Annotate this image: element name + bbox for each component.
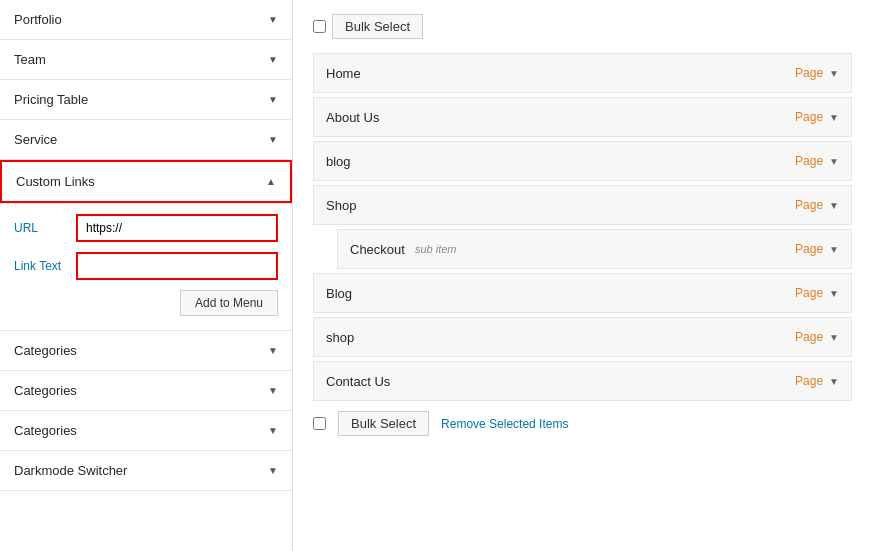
menu-item-blog2: BlogPage▼ (313, 273, 852, 313)
menu-item-type-checkout: Page (795, 242, 823, 256)
menu-item-chevron-shop[interactable]: ▼ (829, 200, 839, 211)
menu-item-left-shop2: shop (326, 330, 354, 345)
menu-item-label-shop: Shop (326, 198, 356, 213)
menu-item-right-blog: Page▼ (795, 154, 839, 168)
bulk-select-top-row: Bulk Select (313, 14, 852, 39)
menu-item-left-contact-us: Contact Us (326, 374, 390, 389)
accordion-darkmode: Darkmode Switcher▼ (0, 451, 292, 491)
menu-item-type-home: Page (795, 66, 823, 80)
accordion-header-categories3[interactable]: Categories▼ (0, 411, 292, 450)
menu-item-chevron-blog[interactable]: ▼ (829, 156, 839, 167)
menu-item-left-shop: Shop (326, 198, 356, 213)
custom-links-body: URLLink TextAdd to Menu (0, 203, 292, 330)
menu-item-chevron-about-us[interactable]: ▼ (829, 112, 839, 123)
accordion-header-categories1[interactable]: Categories▼ (0, 331, 292, 370)
bulk-select-bottom-checkbox[interactable] (313, 417, 326, 430)
bulk-select-top-button[interactable]: Bulk Select (332, 14, 423, 39)
menu-item-right-blog2: Page▼ (795, 286, 839, 300)
accordion-label-categories1: Categories (14, 343, 77, 358)
url-label: URL (14, 221, 76, 235)
link-text-label: Link Text (14, 259, 76, 273)
menu-item-left-blog: blog (326, 154, 351, 169)
accordion-portfolio: Portfolio▼ (0, 0, 292, 40)
url-input[interactable] (76, 214, 278, 242)
right-panel: Bulk Select HomePage▼About UsPage▼blogPa… (293, 0, 872, 551)
menu-item-left-checkout: Checkoutsub item (350, 242, 457, 257)
accordion-header-service[interactable]: Service▼ (0, 120, 292, 159)
menu-item-label-blog2: Blog (326, 286, 352, 301)
accordion-header-darkmode[interactable]: Darkmode Switcher▼ (0, 451, 292, 490)
chevron-up-icon: ▲ (266, 176, 276, 187)
accordion-label-categories3: Categories (14, 423, 77, 438)
accordion-custom-links: Custom Links▲URLLink TextAdd to Menu (0, 160, 292, 331)
menu-item-type-shop2: Page (795, 330, 823, 344)
bulk-select-top-checkbox[interactable] (313, 20, 326, 33)
accordion-label-categories2: Categories (14, 383, 77, 398)
chevron-down-icon: ▼ (268, 134, 278, 145)
chevron-down-icon: ▼ (268, 385, 278, 396)
accordion-header-custom-links[interactable]: Custom Links▲ (0, 160, 292, 203)
menu-item-chevron-home[interactable]: ▼ (829, 68, 839, 79)
accordion-categories3: Categories▼ (0, 411, 292, 451)
accordion-header-team[interactable]: Team▼ (0, 40, 292, 79)
chevron-down-icon: ▼ (268, 465, 278, 476)
accordion-header-portfolio[interactable]: Portfolio▼ (0, 0, 292, 39)
menu-item-chevron-blog2[interactable]: ▼ (829, 288, 839, 299)
accordion-categories2: Categories▼ (0, 371, 292, 411)
sub-item-label-checkout: sub item (415, 243, 457, 255)
menu-item-chevron-shop2[interactable]: ▼ (829, 332, 839, 343)
url-row: URL (14, 214, 278, 242)
accordion-label-darkmode: Darkmode Switcher (14, 463, 127, 478)
menu-item-right-home: Page▼ (795, 66, 839, 80)
menu-item-label-about-us: About Us (326, 110, 379, 125)
menu-item-type-shop: Page (795, 198, 823, 212)
menu-item-shop: ShopPage▼ (313, 185, 852, 225)
link-text-input[interactable] (76, 252, 278, 280)
add-to-menu-button[interactable]: Add to Menu (180, 290, 278, 316)
remove-selected-link[interactable]: Remove Selected Items (441, 417, 568, 431)
menu-item-contact-us: Contact UsPage▼ (313, 361, 852, 401)
menu-item-label-contact-us: Contact Us (326, 374, 390, 389)
chevron-down-icon: ▼ (268, 14, 278, 25)
chevron-down-icon: ▼ (268, 54, 278, 65)
bulk-select-bottom-button[interactable]: Bulk Select (338, 411, 429, 436)
accordion-label-portfolio: Portfolio (14, 12, 62, 27)
menu-items-container: HomePage▼About UsPage▼blogPage▼ShopPage▼… (313, 53, 852, 401)
menu-item-type-blog2: Page (795, 286, 823, 300)
accordion-categories1: Categories▼ (0, 331, 292, 371)
accordion-pricing-table: Pricing Table▼ (0, 80, 292, 120)
accordion-header-pricing-table[interactable]: Pricing Table▼ (0, 80, 292, 119)
menu-item-label-home: Home (326, 66, 361, 81)
chevron-down-icon: ▼ (268, 94, 278, 105)
menu-item-type-blog: Page (795, 154, 823, 168)
menu-item-blog: blogPage▼ (313, 141, 852, 181)
accordion-label-pricing-table: Pricing Table (14, 92, 88, 107)
accordion-label-custom-links: Custom Links (16, 174, 95, 189)
accordion-team: Team▼ (0, 40, 292, 80)
accordion-service: Service▼ (0, 120, 292, 160)
menu-item-right-checkout: Page▼ (795, 242, 839, 256)
menu-item-left-home: Home (326, 66, 361, 81)
menu-item-checkout: Checkoutsub itemPage▼ (337, 229, 852, 269)
menu-item-right-about-us: Page▼ (795, 110, 839, 124)
menu-item-home: HomePage▼ (313, 53, 852, 93)
menu-item-left-blog2: Blog (326, 286, 352, 301)
menu-item-label-checkout: Checkout (350, 242, 405, 257)
accordion-header-categories2[interactable]: Categories▼ (0, 371, 292, 410)
chevron-down-icon: ▼ (268, 425, 278, 436)
menu-item-chevron-checkout[interactable]: ▼ (829, 244, 839, 255)
accordion-label-service: Service (14, 132, 57, 147)
menu-item-right-shop: Page▼ (795, 198, 839, 212)
menu-item-left-about-us: About Us (326, 110, 379, 125)
accordion-label-team: Team (14, 52, 46, 67)
menu-item-right-contact-us: Page▼ (795, 374, 839, 388)
menu-item-type-contact-us: Page (795, 374, 823, 388)
menu-item-chevron-contact-us[interactable]: ▼ (829, 376, 839, 387)
menu-item-label-shop2: shop (326, 330, 354, 345)
bulk-select-bottom-row: Bulk Select Remove Selected Items (313, 411, 852, 436)
chevron-down-icon: ▼ (268, 345, 278, 356)
menu-item-right-shop2: Page▼ (795, 330, 839, 344)
menu-item-label-blog: blog (326, 154, 351, 169)
left-panel: Portfolio▼Team▼Pricing Table▼Service▼Cus… (0, 0, 293, 551)
link-text-row: Link Text (14, 252, 278, 280)
